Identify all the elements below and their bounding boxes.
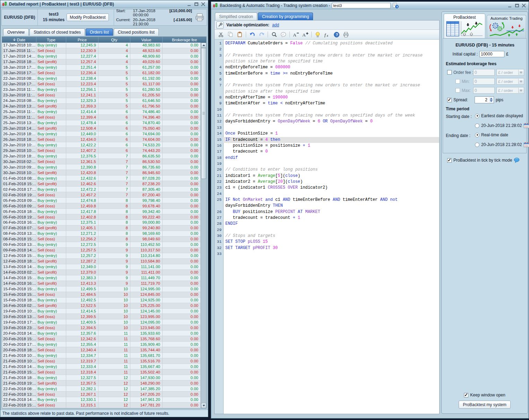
table-row[interactable]: 21-Feb-2018 18:...Buy (entry)12,327.5121… — [2, 375, 201, 380]
tab-probacktest[interactable]: ProBacktest — [444, 14, 485, 38]
table-row[interactable]: 25-Jan-2018 11:...Sell (loss)12,399.4674… — [2, 115, 201, 120]
table-row[interactable]: 05-Feb-2018 18:...Buy (entry)12,417.8899… — [2, 209, 201, 214]
close-icon[interactable] — [201, 2, 206, 6]
table-row[interactable]: 19-Feb-2018 23:...Sell (loss)12,394.5101… — [2, 325, 201, 331]
table-row[interactable]: 17-Jan-2018 14:...Buy (entry)12,227.4448… — [2, 54, 201, 59]
help-icon[interactable]: ? — [333, 31, 340, 38]
table-row[interactable]: 13-Feb-2018 14:...Buy (entry)12,349.0911… — [2, 264, 201, 270]
tab-automatic-trading[interactable]: Automatic Trading — [487, 15, 526, 38]
max-fee-unit-select[interactable]: £ / order — [496, 87, 524, 94]
scrollbar-track[interactable] — [201, 179, 206, 403]
table-row[interactable]: 24-Jan-2018 13:...Sell (profit)12,359.35… — [2, 104, 201, 109]
code-line[interactable]: 32SET TARGET pPROFIT 30 — [215, 245, 439, 251]
table-row[interactable]: 29-Jan-2018 10:...Buy (entry)12,422.2674… — [2, 142, 201, 148]
table-row[interactable]: 20-Feb-2018 15:...Sell (loss)12,342.6111… — [2, 336, 201, 342]
table-row[interactable]: 15-Feb-2018 15:...Sell (loss)12,484.5101… — [2, 292, 201, 298]
cut-icon[interactable] — [218, 31, 224, 38]
code-line[interactable]: 23c1 = (indicator1 CROSSES OVER indicato… — [215, 185, 439, 191]
table-row[interactable]: 20-Feb-2018 14:...Buy (entry)12,357.6111… — [2, 331, 201, 336]
ending-date-radio[interactable] — [475, 143, 479, 147]
code-line[interactable]: 12daysForbiddenEntry = OpenDayOfWeek = 6… — [215, 119, 439, 125]
table-row[interactable]: 14-Feb-2018 15:...Buy (entry)12,383.3911… — [2, 275, 201, 281]
help-doc-icon[interactable]: ? — [392, 2, 399, 9]
table-row[interactable]: 05-Feb-2018 19:...Sell (loss)12,402.8899… — [2, 214, 201, 220]
table-row[interactable]: 25-Jan-2018 11:...Buy (entry)12,414.4674… — [2, 109, 201, 115]
table-row[interactable]: 17-Jan-2018 18:...Sell (profit)12,257.44… — [2, 59, 201, 65]
scrollbar-thumb[interactable] — [201, 48, 206, 179]
maximize-icon[interactable] — [515, 3, 519, 8]
undo-icon[interactable] — [249, 31, 255, 38]
copy-icon[interactable] — [227, 31, 234, 38]
spread-checkbox[interactable] — [447, 98, 452, 102]
table-row[interactable]: 19-Feb-2018 17:...Buy (entry)12,409.5101… — [2, 319, 201, 325]
font-increase-icon[interactable]: A — [302, 31, 309, 38]
code-line[interactable]: 28ENDIF — [215, 221, 439, 227]
table-row[interactable]: 20-Feb-2018 18:...Sell (loss)12,340.4111… — [2, 347, 201, 353]
max-fee-checkbox[interactable] — [456, 88, 460, 93]
tab-closed-positions[interactable]: Closed positions list — [114, 28, 159, 36]
order-fee-checkbox[interactable] — [447, 70, 452, 75]
min-fee-checkbox[interactable] — [456, 79, 460, 84]
table-row[interactable]: 19-Feb-2018 10:...Buy (entry)12,414.5101… — [2, 309, 201, 314]
code-editor[interactable]: 1DEFPARAM CumulateOrders = False // Cumu… — [215, 40, 439, 414]
code-line[interactable]: 10 — [215, 107, 439, 113]
search-icon[interactable] — [271, 31, 277, 38]
redo-icon[interactable] — [258, 31, 265, 38]
table-row[interactable]: 14-Feb-2018 02:...Sell (profit)12,379.09… — [2, 270, 201, 275]
code-line[interactable]: 3// Prevents the system from creating ne… — [215, 53, 439, 59]
starting-date-radio[interactable] — [475, 123, 479, 128]
right-titlebar[interactable]: Backtesting & Automatic Trading - Tradin… — [211, 2, 529, 9]
code-line[interactable]: 14Once PositionSize = 1 — [215, 131, 439, 137]
code-line[interactable]: 8noEntryAfterTime = 190000 — [215, 95, 439, 101]
code-line[interactable]: 21indicator1 = Average[5](close) — [215, 173, 439, 179]
table-row[interactable]: 05-Feb-2018 09:...Buy (entry)12,474.8899… — [2, 198, 201, 203]
table-row[interactable]: 18-Jan-2018 17:...Sell (loss)12,236.4561… — [2, 70, 201, 76]
column-header-date[interactable]: Date — [2, 37, 36, 43]
code-line[interactable]: 33 — [215, 251, 439, 257]
code-line[interactable]: 17 tradecount = 0 — [215, 149, 439, 155]
table-row[interactable]: 25-Jan-2018 14:...Sell (profit)12,508.46… — [2, 126, 201, 131]
code-line[interactable]: 25IF Not OnMarket and c1 AND timeEnterBe… — [215, 197, 439, 203]
tab-overview[interactable]: Overview — [3, 28, 29, 36]
table-row[interactable]: 29-Jan-2018 18:...Buy (entry)12,376.5786… — [2, 153, 201, 159]
spread-stepper[interactable]: 2 — [475, 96, 494, 103]
add-variable-link[interactable]: add — [272, 23, 279, 27]
probacktest-my-system-button[interactable]: ProBacktest my system — [459, 401, 511, 409]
table-row[interactable]: 17-Jan-2018 11:...Sell (loss)12,230.9448… — [2, 48, 201, 54]
order-fee-unit-select[interactable]: £ / order — [496, 69, 524, 76]
table-row[interactable]: 21-Feb-2018 19:...Sell (profit)12,357.51… — [2, 380, 201, 386]
code-line[interactable]: 27 tradecount = tradecount + 1 — [215, 215, 439, 221]
scroll-up-icon[interactable] — [201, 43, 206, 48]
table-row[interactable]: 09-Feb-2018 14:...Sell (loss)12,257.5911… — [2, 248, 201, 253]
code-line[interactable]: daysForbiddenEntry THEN — [215, 203, 439, 209]
column-header-qty[interactable]: Qty — [98, 37, 130, 43]
table-row[interactable]: 21-Feb-2018 10:...Sell (loss)12,319.7111… — [2, 358, 201, 364]
code-line[interactable]: position size before the specified time — [215, 59, 439, 65]
table-row[interactable]: 22-Feb-2018 15:...Sell (loss)12,315.1121… — [2, 403, 201, 408]
code-line[interactable]: 24 — [215, 191, 439, 197]
minimize-icon[interactable] — [187, 2, 192, 6]
code-line[interactable]: 1DEFPARAM CumulateOrders = False // Cumu… — [215, 41, 439, 46]
ending-realtime-radio[interactable] — [475, 133, 479, 137]
table-row[interactable]: 18-Jan-2018 17:...Buy (entry)12,251.4561… — [2, 65, 201, 70]
code-line[interactable]: 13 — [215, 125, 439, 131]
table-row[interactable]: 06-Feb-2018 16:...Buy (entry)12,375.1899… — [2, 220, 201, 225]
code-line[interactable]: 19 — [215, 161, 439, 167]
code-line[interactable]: 2 — [215, 46, 439, 52]
code-line[interactable]: 29 — [215, 227, 439, 233]
table-row[interactable]: 25-Jan-2018 13:...Buy (entry)12,478.4674… — [2, 120, 201, 126]
code-line[interactable]: 26 BUY positionsize PERPOINT AT MARKET — [215, 209, 439, 215]
table-row[interactable]: 26-Jan-2018 18:...Sell (loss)12,434.0674… — [2, 137, 201, 142]
variable-optimization-button[interactable] — [216, 22, 224, 29]
tab-statistics[interactable]: Statistics of closed trades — [29, 28, 85, 36]
function-icon[interactable]: fx — [324, 31, 330, 38]
table-row[interactable]: 16-Feb-2018 02:...Sell (profit)12,522.51… — [2, 303, 201, 309]
table-row[interactable]: 09-Feb-2018 13:...Buy (entry)12,272.5911… — [2, 242, 201, 248]
table-row[interactable]: 08-Feb-2018 13:...Buy (entry)12,271.2898… — [2, 231, 201, 237]
tick-mode-checkbox[interactable] — [447, 158, 452, 163]
table-row[interactable]: 01-Feb-2018 15:...Sell (profit)12,462.67… — [2, 181, 201, 187]
table-row[interactable]: 30-Jan-2018 09:...Buy (entry)12,390.8786… — [2, 164, 201, 170]
column-header-value[interactable]: Value — [130, 37, 163, 43]
table-row[interactable]: 17-Jan-2018 10:...Buy (entry)12,245.9448… — [2, 43, 201, 48]
code-line[interactable]: 11// Prevents the system from placing ne… — [215, 113, 439, 119]
